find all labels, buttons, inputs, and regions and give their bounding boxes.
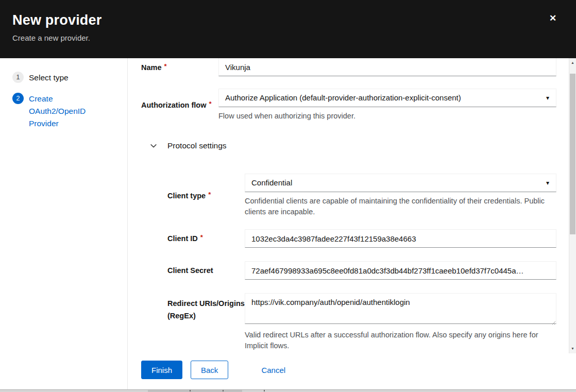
modal-header: New provider Create a new provider. ✕	[0, 0, 576, 58]
wizard-nav: 1 Select type 2 Create OAuth2/OpenID Pro…	[0, 58, 128, 390]
step-number-badge: 1	[12, 72, 24, 83]
authorization-flow-label: Authorization flow	[141, 100, 206, 110]
name-input[interactable]	[218, 58, 556, 76]
chevron-down-icon	[150, 142, 157, 149]
client-type-selected-value: Confidential	[251, 178, 292, 187]
client-secret-label: Client Secret	[167, 264, 213, 277]
wizard-step-select-type[interactable]: 1 Select type	[12, 72, 119, 84]
required-asterisk: *	[200, 231, 203, 244]
finish-button[interactable]: Finish	[141, 361, 182, 379]
caret-down-icon: ▾	[546, 89, 549, 107]
field-row-client-id: Client ID *	[167, 229, 556, 248]
step-number-badge: 2	[12, 93, 24, 104]
field-row-client-type: Client type * Confidential ▾ Confidentia…	[167, 174, 556, 217]
client-type-help: Confidential clients are capable of main…	[245, 196, 556, 217]
authorization-flow-selected-value: Authorize Application (default-provider-…	[225, 93, 461, 102]
vertical-scrollbar[interactable]: ▲ ▼	[569, 58, 576, 353]
required-asterisk: *	[208, 189, 211, 201]
clipped-glyph	[264, 390, 265, 391]
client-type-select[interactable]: Confidential ▾	[245, 174, 556, 192]
clipped-glyph	[190, 390, 191, 391]
scroll-up-icon[interactable]: ▲	[569, 59, 576, 66]
field-row-name: Name *	[141, 58, 556, 76]
wizard-footer: Finish Back Cancel	[128, 353, 576, 390]
provider-form: Name * Authorization flow * Authorize Ap…	[141, 58, 556, 351]
authorization-flow-help: Flow used when authorizing this provider…	[218, 111, 556, 122]
clipped-content-strip	[0, 389, 576, 392]
modal-subtitle: Create a new provider.	[12, 33, 576, 42]
name-label: Name	[141, 63, 162, 72]
clipped-glyph	[223, 390, 224, 391]
caret-down-icon: ▾	[546, 174, 549, 192]
authorization-flow-label-wrap: Authorization flow *	[141, 89, 218, 122]
field-row-client-secret: Client Secret	[167, 261, 556, 280]
protocol-settings-expander[interactable]: Protocol settings	[150, 141, 556, 150]
protocol-settings-label: Protocol settings	[167, 141, 227, 150]
wizard-step-create-provider[interactable]: 2 Create OAuth2/OpenID Provider	[12, 93, 119, 130]
clipped-element-edge	[148, 390, 242, 392]
authorization-flow-select[interactable]: Authorize Application (default-provider-…	[218, 89, 556, 107]
close-icon[interactable]: ✕	[547, 13, 558, 24]
back-button[interactable]: Back	[191, 361, 228, 379]
scroll-down-icon[interactable]: ▼	[569, 345, 576, 352]
cancel-button[interactable]: Cancel	[261, 361, 285, 379]
required-asterisk: *	[164, 62, 167, 71]
client-id-input[interactable]	[245, 229, 556, 248]
step-label: Select type	[29, 72, 92, 84]
field-row-authorization-flow: Authorization flow * Authorize Applicati…	[141, 89, 556, 122]
redirect-uris-label: Redirect URIs/Origins (RegEx)	[167, 297, 245, 322]
client-id-label: Client ID	[167, 232, 198, 245]
redirect-uris-textarea[interactable]: https://vik.company/auth/openid/authenti…	[245, 293, 556, 324]
required-asterisk: *	[209, 99, 211, 109]
scrollbar-thumb[interactable]	[570, 74, 575, 234]
redirect-uris-label-wrap: Redirect URIs/Origins (RegEx)	[167, 293, 245, 351]
page-title: New provider	[12, 12, 576, 28]
redirect-uris-help: Valid redirect URLs after a successful a…	[245, 330, 556, 351]
name-label-wrap: Name *	[141, 58, 218, 76]
field-row-redirect-uris: Redirect URIs/Origins (RegEx) https://vi…	[167, 293, 556, 351]
client-secret-input[interactable]	[245, 261, 556, 280]
client-type-label-wrap: Client type *	[167, 174, 245, 217]
client-id-label-wrap: Client ID *	[167, 229, 245, 248]
client-secret-label-wrap: Client Secret	[167, 261, 245, 280]
form-scroll-area: Name * Authorization flow * Authorize Ap…	[128, 58, 576, 353]
client-type-label: Client type	[167, 190, 206, 202]
step-label: Create OAuth2/OpenID Provider	[29, 93, 92, 130]
